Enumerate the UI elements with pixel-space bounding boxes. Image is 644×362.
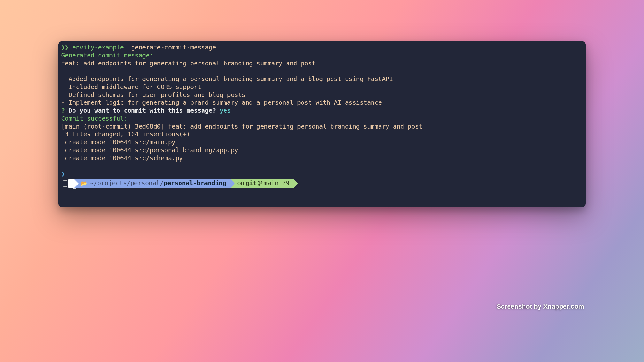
confirm-answer: yes <box>220 107 231 114</box>
commit-output-line: [main (root-commit) 3ed08d0] feat: add e… <box>61 123 583 131</box>
git-branch-name: main <box>264 179 279 187</box>
selection-box-icon <box>63 180 67 187</box>
svg-point-1 <box>258 184 260 185</box>
branch-icon <box>258 180 263 187</box>
commit-output-line: create mode 100644 src/personal_branding… <box>61 147 583 155</box>
chevron-right-icon: ❯ <box>61 170 65 178</box>
confirm-question: Do you want to commit with this message? <box>69 107 216 114</box>
git-dirty-indicator: ?9 <box>282 179 289 187</box>
commit-output-line: create mode 100644 src/schema.py <box>61 155 583 162</box>
confirm-prompt: ? Do you want to commit with this messag… <box>61 107 583 115</box>
tool-name: envify-example <box>72 44 124 51</box>
question-mark-icon: ? <box>61 107 65 114</box>
prompt-chevron-icon: ❯ <box>61 44 65 52</box>
terminal-window[interactable]: ❯❯ envify-example generate-commit-messag… <box>58 41 585 207</box>
success-header: Commit successful: <box>61 115 583 123</box>
path-segment: 📂~/projects/personal/personal-branding <box>74 179 231 188</box>
commit-title: feat: add endpoints for generating perso… <box>61 60 583 68</box>
commit-output-line: 3 files changed, 104 insertions(+) <box>61 131 583 139</box>
command-name: generate-commit-message <box>131 44 216 51</box>
path-current: personal-branding <box>164 179 226 187</box>
prompt-return-marker: ❯ <box>61 170 583 178</box>
folder-icon: 📂 <box>81 180 87 187</box>
commit-bullet: - Implement logic for generating a brand… <box>61 99 583 107</box>
git-on-text: on <box>237 179 244 187</box>
prompt-delimiter: ❯ <box>65 44 69 51</box>
os-segment <box>68 179 74 188</box>
command-line: ❯❯ envify-example generate-commit-messag… <box>61 44 583 52</box>
commit-bullet: - Added endpoints for generating a perso… <box>61 75 583 83</box>
generated-header: Generated commit message: <box>61 52 583 60</box>
commit-output-line: create mode 100644 src/main.py <box>61 139 583 147</box>
shell-prompt[interactable]: 📂~/projects/personal/personal-branding o… <box>61 179 583 188</box>
svg-point-0 <box>258 181 260 182</box>
watermark-text: Screenshot by Xnapper.com <box>497 303 584 310</box>
text-cursor-icon <box>73 188 76 195</box>
blank-line <box>61 162 583 170</box>
git-segment: on git main ?9 <box>231 179 294 188</box>
path-prefix: ~/projects/personal/ <box>90 179 164 187</box>
git-label: git <box>246 179 256 187</box>
blank-line <box>61 67 583 75</box>
cursor-line[interactable] <box>73 188 583 198</box>
commit-bullet: - Defined schemas for user profiles and … <box>61 91 583 99</box>
commit-bullet: - Included middleware for CORS support <box>61 83 583 91</box>
svg-point-2 <box>261 182 262 183</box>
